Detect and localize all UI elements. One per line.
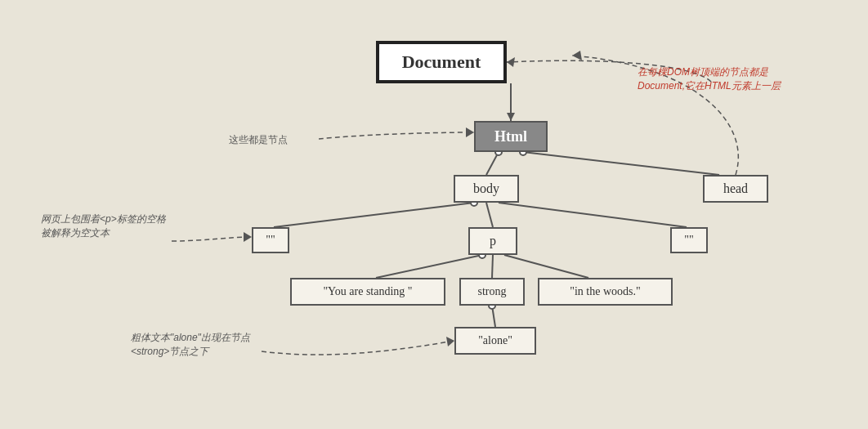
svg-line-2 (486, 152, 499, 175)
whitespace-annotation: 网页上包围着<p>标签的空格被解释为空文本 (41, 212, 172, 240)
quote-left-label: "" (266, 234, 275, 247)
svg-line-6 (274, 203, 474, 227)
quote-left-node: "" (252, 227, 289, 253)
body-label: body (473, 181, 499, 196)
svg-line-10 (376, 255, 482, 278)
svg-line-9 (499, 203, 687, 227)
body-node: body (454, 175, 519, 203)
html-node: Html (474, 121, 548, 152)
svg-line-8 (486, 203, 493, 227)
svg-marker-20 (572, 51, 582, 60)
quote-right-label: "" (684, 234, 693, 247)
strong-label: strong (478, 285, 507, 298)
document-annotation-text: 在每棵DOM树顶端的节点都是Document,它在HTML元素上一层 (638, 66, 781, 92)
nodes-annotation: 这些都是节点 (229, 133, 288, 147)
svg-marker-18 (244, 232, 252, 242)
document-annotation: 在每棵DOM树顶端的节点都是Document,它在HTML元素上一层 (638, 65, 801, 93)
in-the-woods-label: "in the woods." (570, 285, 640, 298)
p-node: p (468, 227, 517, 255)
strong-node: strong (459, 278, 525, 306)
svg-marker-17 (466, 127, 474, 137)
alone-annotation-text: 粗体文本"alone"出现在节点<strong>节点之下 (131, 332, 250, 357)
whitespace-annotation-text: 网页上包围着<p>标签的空格被解释为空文本 (41, 213, 166, 239)
svg-line-13 (504, 255, 588, 278)
head-label: head (723, 181, 748, 196)
svg-marker-1 (507, 113, 515, 121)
in-the-woods-node: "in the woods." (538, 278, 673, 306)
alone-label: "alone" (478, 334, 512, 347)
svg-marker-16 (507, 57, 515, 67)
nodes-annotation-text: 这些都是节点 (229, 134, 288, 145)
quote-right-node: "" (670, 227, 708, 253)
p-label: p (490, 234, 496, 248)
head-node: head (703, 175, 768, 203)
alone-node: "alone" (454, 327, 536, 355)
svg-marker-19 (446, 337, 454, 346)
html-label: Html (494, 128, 527, 145)
svg-line-12 (492, 255, 493, 278)
you-are-node: "You are standing " (290, 278, 445, 306)
document-node: Document (376, 41, 507, 83)
you-are-label: "You are standing " (323, 285, 412, 298)
svg-line-4 (523, 152, 719, 175)
document-label: Document (402, 51, 481, 73)
svg-line-14 (492, 306, 495, 327)
alone-annotation: 粗体文本"alone"出现在节点<strong>节点之下 (131, 331, 262, 359)
